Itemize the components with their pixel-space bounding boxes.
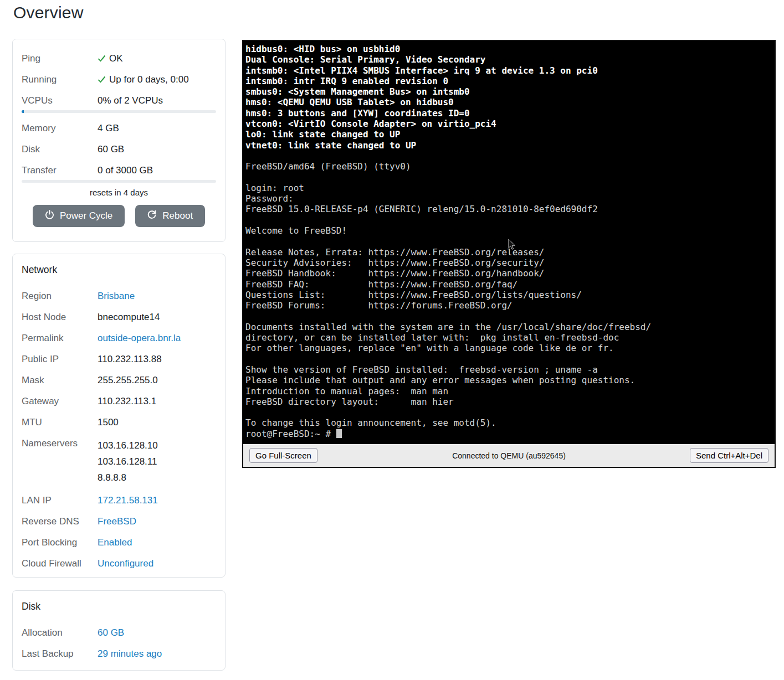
- permalink-link[interactable]: outside-opera.bnr.la: [98, 332, 181, 344]
- permalink-label: Permalink: [22, 332, 98, 344]
- transfer-row: Transfer 0 of 3000 GB: [13, 164, 225, 177]
- last-backup-link[interactable]: 29 minutes ago: [98, 648, 162, 660]
- console-prompt: root@FreeBSD:~ #: [245, 429, 336, 439]
- region-link[interactable]: Brisbane: [98, 290, 135, 302]
- running-label: Running: [22, 74, 98, 86]
- cloud-firewall-link[interactable]: Unconfigured: [98, 558, 153, 570]
- nameservers-row: Nameservers 103.16.128.10 103.16.128.11 …: [13, 437, 225, 486]
- cloud-firewall-row: Cloud Firewall Unconfigured: [13, 558, 225, 570]
- disk-row: Disk 60 GB: [13, 143, 225, 156]
- vnc-console: hidbus0: <HID bus> on usbhid0 Dual Conso…: [242, 40, 776, 468]
- vcpus-label: VCPUs: [22, 95, 98, 107]
- check-icon: [98, 54, 106, 64]
- public-ip-value: 110.232.113.88: [98, 353, 162, 365]
- mouse-pointer-icon: [508, 239, 516, 253]
- mask-row: Mask 255.255.255.0: [13, 374, 225, 387]
- reverse-dns-label: Reverse DNS: [22, 516, 98, 528]
- page-title: Overview: [13, 3, 84, 22]
- reboot-icon: [147, 210, 157, 222]
- disk-value: 60 GB: [98, 143, 124, 156]
- region-label: Region: [22, 290, 98, 302]
- nameserver-1: 103.16.128.10: [98, 437, 158, 454]
- connection-status: Connected to QEMU (au592645): [452, 451, 566, 460]
- power-icon: [45, 210, 54, 222]
- reboot-button[interactable]: Reboot: [135, 205, 205, 227]
- reverse-dns-link[interactable]: FreeBSD: [98, 516, 136, 528]
- allocation-label: Allocation: [22, 627, 98, 639]
- allocation-row: Allocation 60 GB: [13, 627, 225, 639]
- mtu-value: 1500: [98, 416, 119, 429]
- mtu-label: MTU: [22, 416, 98, 429]
- region-row: Region Brisbane: [13, 290, 225, 302]
- terminal-cursor: [336, 429, 342, 438]
- console-body-output: FreeBSD/amd64 (FreeBSD) (ttyv0) login: r…: [245, 151, 775, 429]
- mask-label: Mask: [22, 374, 98, 387]
- host-node-value: bnecompute14: [98, 311, 160, 323]
- nameservers-values: 103.16.128.10 103.16.128.11 8.8.8.8: [98, 437, 158, 486]
- ping-value: OK: [98, 53, 123, 65]
- console-prompt-line: root@FreeBSD:~ #: [245, 429, 775, 439]
- memory-row: Memory 4 GB: [13, 122, 225, 135]
- nameserver-3: 8.8.8.8: [98, 470, 158, 486]
- lan-ip-row: LAN IP 172.21.58.131: [13, 494, 225, 507]
- vcpus-value: 0% of 2 VCPUs: [98, 95, 163, 107]
- disk-card: Disk Allocation 60 GB Last Backup 29 min…: [12, 590, 226, 671]
- console-footer-bar: Go Full-Screen Connected to QEMU (au5926…: [243, 444, 775, 467]
- cloud-firewall-label: Cloud Firewall: [22, 558, 98, 570]
- power-cycle-label: Power Cycle: [60, 210, 112, 221]
- memory-label: Memory: [22, 122, 98, 135]
- power-buttons-row: Power Cycle Reboot: [13, 205, 225, 227]
- gateway-row: Gateway 110.232.113.1: [13, 395, 225, 408]
- port-blocking-row: Port Blocking Enabled: [13, 537, 225, 549]
- nameserver-2: 103.16.128.11: [98, 454, 158, 470]
- network-card-title: Network: [13, 264, 225, 276]
- mask-value: 255.255.255.0: [98, 374, 158, 387]
- console-kernel-output: hidbus0: <HID bus> on usbhid0 Dual Conso…: [245, 44, 775, 151]
- ping-row: Ping OK: [13, 53, 225, 65]
- gateway-value: 110.232.113.1: [98, 395, 156, 408]
- mtu-row: MTU 1500: [13, 416, 225, 429]
- disk-label: Disk: [22, 143, 98, 156]
- check-icon: [98, 75, 106, 85]
- public-ip-row: Public IP 110.232.113.88: [13, 353, 225, 365]
- gateway-label: Gateway: [22, 395, 98, 408]
- host-node-row: Host Node bnecompute14: [13, 311, 225, 323]
- power-cycle-button[interactable]: Power Cycle: [33, 205, 125, 227]
- send-ctrl-alt-del-button[interactable]: Send Ctrl+Alt+Del: [690, 448, 768, 463]
- lan-ip-link[interactable]: 172.21.58.131: [98, 494, 158, 507]
- transfer-reset-note: resets in 4 days: [13, 187, 225, 198]
- reverse-dns-row: Reverse DNS FreeBSD: [13, 516, 225, 528]
- go-fullscreen-button[interactable]: Go Full-Screen: [249, 448, 317, 463]
- lan-ip-label: LAN IP: [22, 494, 98, 507]
- last-backup-row: Last Backup 29 minutes ago: [13, 648, 225, 660]
- overview-page: Overview Ping OK Running Up for 0 days, …: [0, 0, 784, 680]
- transfer-label: Transfer: [22, 164, 98, 177]
- transfer-progress-bar: [22, 180, 216, 183]
- last-backup-label: Last Backup: [22, 648, 98, 660]
- disk-card-title: Disk: [13, 601, 225, 612]
- public-ip-label: Public IP: [22, 353, 98, 365]
- running-value: Up for 0 days, 0:00: [98, 74, 189, 86]
- nameservers-label: Nameservers: [22, 437, 98, 450]
- vcpus-row: VCPUs 0% of 2 VCPUs: [13, 95, 225, 107]
- vcpus-progress-fill: [22, 110, 24, 113]
- network-card: Network Region Brisbane Host Node bnecom…: [12, 254, 226, 578]
- port-blocking-label: Port Blocking: [22, 537, 98, 549]
- vcpus-progress-bar: [22, 110, 216, 113]
- allocation-link[interactable]: 60 GB: [98, 627, 124, 639]
- reboot-label: Reboot: [162, 210, 193, 221]
- permalink-row: Permalink outside-opera.bnr.la: [13, 332, 225, 344]
- memory-value: 4 GB: [98, 122, 119, 135]
- running-row: Running Up for 0 days, 0:00: [13, 74, 225, 86]
- host-node-label: Host Node: [22, 311, 98, 323]
- port-blocking-link[interactable]: Enabled: [98, 537, 132, 549]
- status-card: Ping OK Running Up for 0 days, 0:00 VCPU…: [12, 39, 226, 242]
- transfer-value: 0 of 3000 GB: [98, 164, 153, 177]
- ping-label: Ping: [22, 53, 98, 65]
